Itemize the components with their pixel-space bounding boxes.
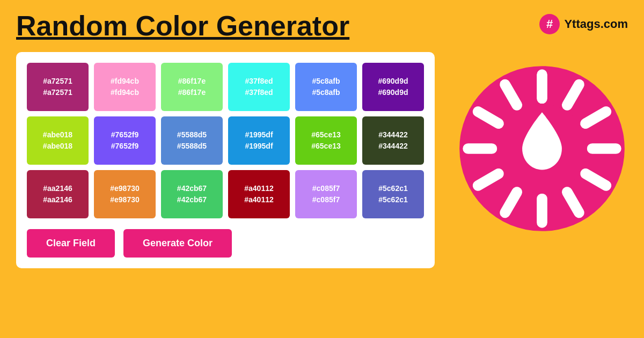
color-cell[interactable]: #e98730#e98730 xyxy=(94,170,156,218)
color-label-top: #c085f7 xyxy=(312,183,340,194)
color-label-bottom: #344422 xyxy=(378,141,408,152)
svg-text:#: # xyxy=(546,17,553,31)
color-label-top: #a72571 xyxy=(43,76,72,87)
color-label-bottom: #a40112 xyxy=(244,194,274,205)
generate-color-button[interactable]: Generate Color xyxy=(123,229,232,258)
svg-rect-3 xyxy=(537,69,547,104)
color-cell[interactable]: #5588d5#5588d5 xyxy=(161,116,223,165)
main-content: #a72571#a72571#fd94cb#fd94cb#86f17e#86f1… xyxy=(0,47,644,279)
color-label-top: #86f17e xyxy=(178,76,206,87)
color-grid: #a72571#a72571#fd94cb#fd94cb#86f17e#86f1… xyxy=(27,63,424,218)
color-cell[interactable]: #aa2146#aa2146 xyxy=(27,170,89,218)
color-label-top: #65ce13 xyxy=(311,129,341,141)
clear-field-button[interactable]: Clear Field xyxy=(27,229,115,258)
color-cell[interactable]: #fd94cb#fd94cb xyxy=(94,63,156,111)
buttons-row: Clear Field Generate Color xyxy=(27,229,424,258)
color-cell[interactable]: #1995df#1995df xyxy=(228,116,290,165)
color-cell[interactable]: #5c8afb#5c8afb xyxy=(295,63,357,111)
yttags-icon: # xyxy=(539,14,560,34)
color-cell[interactable]: #344422#344422 xyxy=(362,116,424,165)
color-cell[interactable]: #abe018#abe018 xyxy=(27,116,89,165)
logo-text: Yttags.com xyxy=(564,17,628,31)
color-label-bottom: #fd94cb xyxy=(111,87,139,98)
color-label-bottom: #37f8ed xyxy=(245,87,273,98)
color-label-top: #42cb67 xyxy=(177,183,207,194)
color-label-top: #1995df xyxy=(245,129,273,141)
color-cell[interactable]: #690d9d#690d9d xyxy=(362,63,424,111)
color-cell[interactable]: #86f17e#86f17e xyxy=(161,63,223,111)
color-label-bottom: #5588d5 xyxy=(177,141,207,152)
color-label-top: #fd94cb xyxy=(111,76,139,87)
color-label-bottom: #5c62c1 xyxy=(378,194,408,205)
color-label-bottom: #1995df xyxy=(245,141,273,152)
color-label-top: #e98730 xyxy=(110,183,140,194)
color-label-bottom: #5c8afb xyxy=(312,87,340,98)
color-label-top: #aa2146 xyxy=(43,183,72,194)
color-label-bottom: #65ce13 xyxy=(311,141,341,152)
color-wheel-icon xyxy=(456,63,628,234)
color-label-bottom: #a72571 xyxy=(43,87,72,98)
color-label-top: #344422 xyxy=(378,129,408,141)
color-label-bottom: #aa2146 xyxy=(43,194,72,205)
color-cell[interactable]: #a40112#a40112 xyxy=(228,170,290,218)
header: Random Color Generator # Yttags.com xyxy=(0,0,644,47)
color-label-bottom: #86f17e xyxy=(178,87,206,98)
page-title: Random Color Generator xyxy=(16,11,349,41)
color-label-bottom: #7652f9 xyxy=(111,141,138,152)
color-label-bottom: #e98730 xyxy=(110,194,140,205)
color-cell[interactable]: #c085f7#c085f7 xyxy=(295,170,357,218)
color-label-top: #a40112 xyxy=(244,183,274,194)
svg-rect-9 xyxy=(537,194,547,228)
color-cell[interactable]: #37f8ed#37f8ed xyxy=(228,63,290,111)
color-label-top: #abe018 xyxy=(43,129,72,141)
svg-rect-6 xyxy=(587,143,621,154)
color-label-bottom: #42cb67 xyxy=(177,194,207,205)
color-label-top: #37f8ed xyxy=(245,76,273,87)
color-cell[interactable]: #65ce13#65ce13 xyxy=(295,116,357,165)
color-label-bottom: #c085f7 xyxy=(312,194,340,205)
color-label-top: #7652f9 xyxy=(111,129,138,141)
right-panel xyxy=(456,52,628,234)
color-cell[interactable]: #5c62c1#5c62c1 xyxy=(362,170,424,218)
color-label-bottom: #abe018 xyxy=(43,141,72,152)
color-cell[interactable]: #42cb67#42cb67 xyxy=(161,170,223,218)
color-label-bottom: #690d9d xyxy=(378,87,408,98)
color-label-top: #5588d5 xyxy=(177,129,207,141)
color-cell[interactable]: #a72571#a72571 xyxy=(27,63,89,111)
logo-area: # Yttags.com xyxy=(539,14,628,34)
color-label-top: #5c8afb xyxy=(312,76,340,87)
color-cell[interactable]: #7652f9#7652f9 xyxy=(94,116,156,165)
color-label-top: #5c62c1 xyxy=(378,183,408,194)
svg-rect-12 xyxy=(463,143,497,154)
color-label-top: #690d9d xyxy=(378,76,408,87)
left-panel: #a72571#a72571#fd94cb#fd94cb#86f17e#86f1… xyxy=(16,52,435,268)
